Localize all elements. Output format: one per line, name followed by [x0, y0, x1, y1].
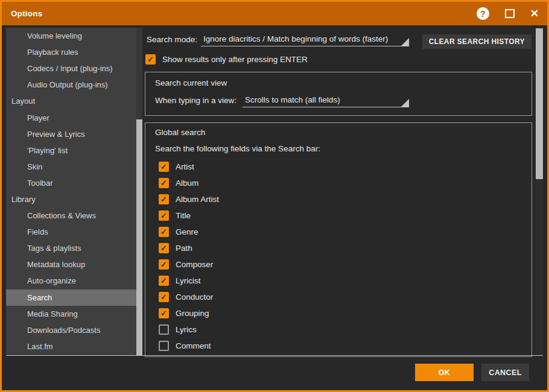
sidebar-item-auto-organize[interactable]: Auto-organize [6, 273, 142, 289]
field-row-conductor: Conductor [155, 289, 522, 305]
sidebar-item-volume-leveling[interactable]: Volume leveling [6, 28, 142, 44]
field-row-artist: Artist [155, 159, 522, 175]
album-artist-label: Album Artist [176, 195, 219, 204]
sidebar-item-tags-playlists[interactable]: Tags & playlists [6, 240, 142, 256]
search-fields-list: Artist Album Album Artist Title Genre [155, 159, 522, 354]
sidebar-item-audio-output[interactable]: Audio Output (plug-ins) [6, 77, 142, 93]
sidebar-item-search[interactable]: Search [6, 289, 142, 306]
sidebar-item-lastfm[interactable]: Last.fm [6, 338, 142, 355]
lyricist-label: Lyricist [176, 276, 201, 285]
field-row-path: Path [155, 240, 522, 256]
sidebar-scrollbar[interactable] [136, 28, 142, 355]
field-row-genre: Genre [155, 224, 522, 240]
sidebar: Volume leveling Playback rules Codecs / … [6, 28, 142, 355]
sidebar-item-media-sharing[interactable]: Media Sharing [6, 306, 142, 322]
search-mode-value: Ignore diacritics / Match beginning of w… [201, 34, 393, 46]
when-typing-label: When typing in a view: [155, 96, 236, 107]
field-row-grouping: Grouping [155, 305, 522, 321]
field-row-lyrics: Lyrics [155, 321, 522, 338]
conductor-checkbox[interactable] [159, 292, 169, 302]
album-artist-checkbox[interactable] [159, 194, 169, 204]
composer-label: Composer [176, 260, 213, 269]
content-scrollbar[interactable] [536, 28, 543, 356]
grouping-checkbox[interactable] [159, 308, 169, 318]
sidebar-group-library[interactable]: Library [6, 191, 142, 207]
dropdown-arrow-icon [401, 99, 409, 107]
sidebar-item-toolbar[interactable]: Toolbar [6, 175, 142, 191]
sidebar-item-codecs-input[interactable]: Codecs / Input (plug-ins) [6, 60, 142, 77]
album-label: Album [176, 179, 198, 188]
sidebar-item-downloads-podcasts[interactable]: Downloads/Podcasts [6, 322, 142, 338]
sidebar-item-collections-views[interactable]: Collections & Views [6, 207, 142, 224]
global-search-subtitle: Search the following fields via the Sear… [155, 144, 522, 153]
sidebar-item-skin[interactable]: Skin [6, 159, 142, 175]
show-results-enter-checkbox[interactable] [145, 54, 156, 65]
sidebar-item-metadata-lookup[interactable]: Metadata lookup [6, 256, 142, 273]
title-label: Title [176, 211, 191, 220]
field-row-composer: Composer [155, 256, 522, 273]
search-settings-panel: Search mode: Ignore diacritics / Match b… [145, 28, 536, 357]
search-current-view-group: Search current view When typing in a vie… [145, 72, 532, 116]
sidebar-item-player[interactable]: Player [6, 109, 142, 125]
cancel-button[interactable]: CANCEL [481, 364, 529, 381]
titlebar: Options ? ✕ [2, 2, 547, 25]
search-mode-dropdown[interactable]: Ignore diacritics / Match beginning of w… [201, 34, 409, 46]
global-search-group: Global search Search the following field… [145, 122, 532, 357]
window-title: Options [11, 9, 477, 18]
artist-label: Artist [176, 162, 194, 171]
ok-button[interactable]: OK [415, 364, 474, 381]
help-icon[interactable]: ? [477, 7, 489, 20]
lyricist-checkbox[interactable] [159, 276, 169, 286]
lyrics-label: Lyrics [176, 325, 197, 334]
title-checkbox[interactable] [159, 210, 169, 221]
content-scrollbar-thumb[interactable] [536, 28, 543, 179]
sidebar-item-playing-list[interactable]: 'Playing' list [6, 142, 142, 159]
close-icon[interactable]: ✕ [530, 8, 539, 19]
when-typing-value: Scrolls to match (all fields) [243, 95, 345, 107]
path-checkbox[interactable] [159, 243, 169, 253]
clear-search-history-button[interactable]: CLEAR SEARCH HISTORY [422, 34, 532, 49]
genre-label: Genre [176, 227, 198, 236]
search-mode-label: Search mode: [147, 35, 197, 46]
genre-checkbox[interactable] [159, 227, 169, 237]
grouping-label: Grouping [176, 309, 209, 318]
footer-divider [6, 355, 543, 356]
composer-checkbox[interactable] [159, 259, 169, 270]
sidebar-item-preview-lyrics[interactable]: Preview & Lyrics [6, 126, 142, 142]
field-row-album-artist: Album Artist [155, 191, 522, 207]
sidebar-item-fields[interactable]: Fields [6, 224, 142, 240]
sidebar-scrollbar-thumb[interactable] [136, 119, 142, 355]
comment-label: Comment [176, 341, 211, 350]
options-dialog: Options ? ✕ Volume leveling Playback rul… [0, 0, 549, 392]
global-search-title: Global search [155, 128, 522, 137]
artist-checkbox[interactable] [159, 162, 169, 172]
dropdown-arrow-icon [401, 38, 409, 46]
lyrics-checkbox[interactable] [159, 324, 169, 335]
field-row-album: Album [155, 175, 522, 191]
sidebar-group-layout[interactable]: Layout [6, 93, 142, 109]
comment-checkbox[interactable] [159, 341, 169, 351]
field-row-comment: Comment [155, 338, 522, 354]
search-current-view-title: Search current view [155, 78, 522, 87]
field-row-lyricist: Lyricist [155, 273, 522, 289]
sidebar-item-playback-rules[interactable]: Playback rules [6, 44, 142, 60]
path-label: Path [176, 244, 192, 253]
field-row-title: Title [155, 207, 522, 224]
maximize-icon[interactable] [505, 9, 515, 18]
conductor-label: Conductor [176, 292, 213, 302]
show-results-enter-label: Show results only after pressing ENTER [162, 55, 308, 64]
album-checkbox[interactable] [159, 178, 169, 188]
when-typing-dropdown[interactable]: Scrolls to match (all fields) [243, 95, 409, 107]
